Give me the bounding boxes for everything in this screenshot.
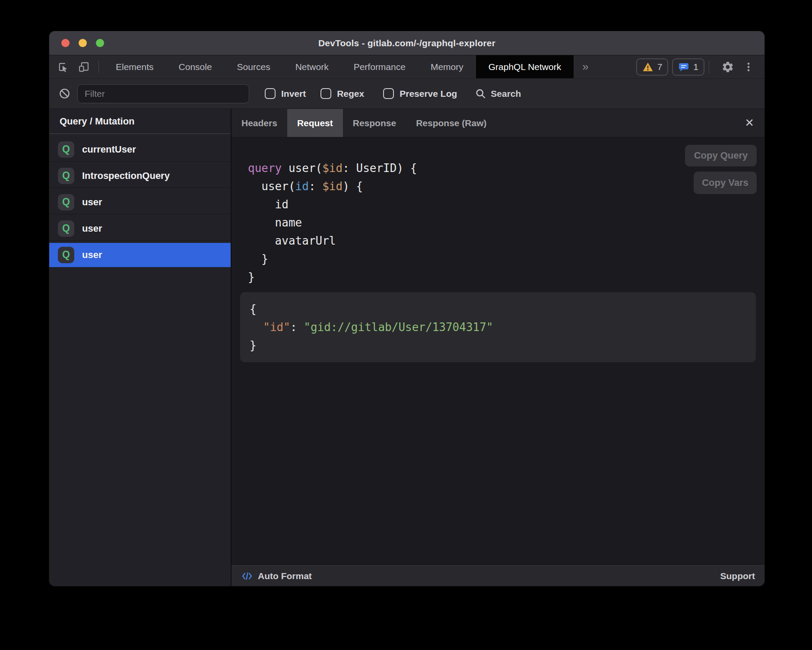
regex-checkbox[interactable] bbox=[320, 88, 331, 99]
code-token: user( bbox=[248, 180, 295, 193]
toolbar-badges: 7 1 bbox=[636, 55, 704, 78]
code-token: : UserID) { bbox=[343, 162, 417, 175]
copy-vars-button[interactable]: Copy Vars bbox=[694, 172, 757, 194]
code-token: user( bbox=[289, 162, 322, 175]
preserve-log-checkbox-group: Preserve Log bbox=[383, 88, 457, 99]
tab-performance[interactable]: Performance bbox=[341, 55, 418, 78]
support-link[interactable]: Support bbox=[720, 571, 755, 581]
search-control[interactable]: Search bbox=[475, 88, 521, 99]
code-line: { bbox=[250, 300, 746, 318]
inspect-element-button[interactable] bbox=[49, 55, 73, 78]
tab-memory[interactable]: Memory bbox=[418, 55, 476, 78]
tab-graphql-network[interactable]: GraphQL Network bbox=[476, 55, 574, 78]
regex-checkbox-group: Regex bbox=[320, 88, 364, 99]
query-type-badge: Q bbox=[58, 220, 74, 237]
code-token: "gid://gitlab/User/13704317" bbox=[304, 321, 493, 334]
code-token: : bbox=[309, 180, 322, 193]
copy-query-button[interactable]: Copy Query bbox=[685, 145, 757, 166]
code-token: : bbox=[290, 321, 304, 334]
code-line: user(id: $id) { bbox=[248, 177, 756, 195]
detail-tab-request[interactable]: Request bbox=[287, 109, 343, 137]
query-sidebar: Query / Mutation QcurrentUserQIntrospect… bbox=[49, 109, 231, 586]
close-detail-button[interactable]: ✕ bbox=[734, 109, 764, 137]
code-line: name bbox=[248, 213, 756, 232]
issues-message-badge[interactable]: 1 bbox=[672, 58, 704, 76]
query-item-label: IntrospectionQuery bbox=[82, 170, 170, 182]
customize-menu-button[interactable] bbox=[739, 61, 758, 73]
query-list-item[interactable]: Quser bbox=[49, 217, 231, 241]
query-type-badge: Q bbox=[58, 141, 74, 158]
code-line: avatarUrl bbox=[248, 232, 756, 250]
code-token: } bbox=[248, 271, 255, 284]
auto-format-label: Auto Format bbox=[258, 571, 312, 581]
code-line: } bbox=[250, 336, 746, 354]
tab-console[interactable]: Console bbox=[166, 55, 225, 78]
regex-label: Regex bbox=[337, 89, 364, 99]
warning-count: 7 bbox=[657, 62, 663, 72]
minimize-window-button[interactable] bbox=[79, 39, 87, 47]
toolbar-separator-2 bbox=[709, 61, 709, 73]
query-list-item[interactable]: QcurrentUser bbox=[49, 137, 231, 162]
inspect-cursor-icon bbox=[57, 61, 69, 73]
preserve-log-label: Preserve Log bbox=[400, 89, 457, 99]
search-icon bbox=[475, 88, 486, 99]
sidebar-header: Query / Mutation bbox=[49, 109, 231, 134]
gear-icon bbox=[721, 61, 734, 73]
detail-tab-strip: HeadersRequestResponseResponse (Raw)✕ bbox=[232, 109, 764, 137]
invert-checkbox[interactable] bbox=[265, 88, 276, 99]
query-type-badge: Q bbox=[58, 247, 74, 263]
code-token bbox=[250, 321, 263, 334]
code-line: } bbox=[248, 268, 756, 286]
code-line: } bbox=[248, 250, 756, 268]
query-list-item[interactable]: QIntrospectionQuery bbox=[49, 164, 231, 188]
code-token: } bbox=[250, 339, 257, 352]
query-list-item[interactable]: Quser bbox=[49, 190, 231, 214]
device-toolbar-icon bbox=[78, 61, 90, 73]
variables-block: { "id": "gid://gitlab/User/13704317"} bbox=[240, 292, 756, 362]
code-token: $id bbox=[322, 162, 343, 175]
code-token: avatarUrl bbox=[248, 234, 336, 247]
tab-sources[interactable]: Sources bbox=[225, 55, 283, 78]
code-line: query user($id: UserID) { bbox=[248, 159, 756, 177]
detail-footer: Auto Format Support bbox=[232, 565, 764, 586]
close-window-button[interactable] bbox=[61, 39, 70, 47]
message-bubble-icon bbox=[678, 61, 689, 73]
issues-warning-badge[interactable]: 7 bbox=[636, 58, 669, 76]
devtools-window: DevTools - gitlab.com/-/graphql-explorer… bbox=[49, 31, 764, 586]
tab-network[interactable]: Network bbox=[283, 55, 341, 78]
panel-body: Query / Mutation QcurrentUserQIntrospect… bbox=[49, 109, 764, 586]
query-list-item[interactable]: Quser bbox=[49, 243, 231, 267]
query-item-label: user bbox=[82, 197, 102, 208]
code-token: "id" bbox=[263, 321, 290, 334]
toolbar-separator bbox=[98, 61, 99, 73]
copy-buttons: Copy Query Copy Vars bbox=[685, 145, 757, 194]
warning-icon bbox=[642, 61, 653, 73]
zoom-window-button[interactable] bbox=[96, 39, 104, 47]
query-item-label: currentUser bbox=[82, 144, 136, 155]
detail-tab-response-raw[interactable]: Response (Raw) bbox=[406, 109, 496, 137]
code-token: { bbox=[250, 303, 257, 315]
code-token: } bbox=[248, 252, 268, 265]
more-tabs-button[interactable]: » bbox=[574, 55, 597, 78]
filter-bar: Invert Regex Preserve Log Search bbox=[49, 79, 764, 109]
toolbar-right bbox=[714, 55, 764, 78]
code-token: id bbox=[248, 198, 289, 211]
settings-button[interactable] bbox=[714, 61, 739, 73]
code-token: query bbox=[248, 162, 289, 175]
code-token: ) { bbox=[343, 180, 363, 193]
query-type-badge: Q bbox=[58, 168, 74, 184]
title-bar: DevTools - gitlab.com/-/graphql-explorer bbox=[49, 31, 764, 55]
toggle-device-toolbar-button[interactable] bbox=[73, 55, 94, 78]
clear-filter-button[interactable] bbox=[59, 88, 70, 99]
toolbar-spacer bbox=[597, 55, 636, 78]
invert-checkbox-group: Invert bbox=[265, 88, 306, 99]
preserve-log-checkbox[interactable] bbox=[383, 88, 394, 99]
code-line: id bbox=[248, 195, 756, 213]
auto-format-button[interactable]: Auto Format bbox=[241, 570, 312, 582]
tab-elements[interactable]: Elements bbox=[103, 55, 166, 78]
traffic-lights bbox=[61, 31, 104, 55]
detail-tab-response[interactable]: Response bbox=[343, 109, 406, 137]
code-token: id bbox=[295, 180, 309, 193]
filter-input[interactable] bbox=[77, 84, 249, 103]
detail-tab-headers[interactable]: Headers bbox=[232, 109, 287, 137]
